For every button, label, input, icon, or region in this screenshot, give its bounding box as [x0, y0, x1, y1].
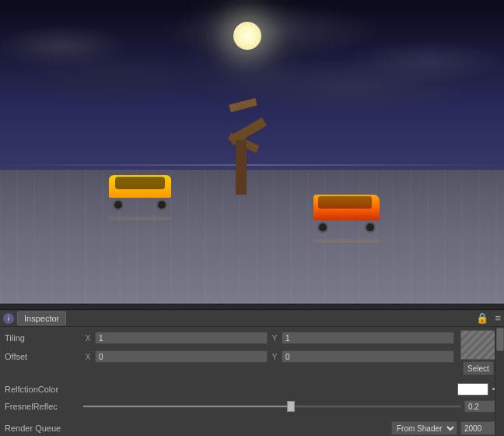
select-button[interactable]: Select	[463, 361, 494, 375]
tiling-y-label: Y	[269, 334, 280, 343]
viewport	[0, 0, 504, 304]
tiling-x-input[interactable]	[95, 332, 268, 344]
tiling-row: Tiling X Y	[5, 330, 454, 346]
offset-row: Offset X Y	[5, 349, 454, 364]
offset-y-label: Y	[269, 353, 280, 361]
render-queue-row: Render Queue From Shader	[5, 420, 499, 436]
offset-y-input[interactable]	[282, 350, 454, 363]
offset-x-label: X	[82, 353, 93, 361]
wheel	[317, 222, 328, 233]
relfction-color-row: RelfctionColor ✒	[5, 382, 499, 397]
tree-figure	[218, 101, 264, 195]
render-queue-label: Render Queue	[5, 424, 82, 433]
fresnel-reflec-row: FresnelReflec	[5, 399, 499, 414]
offset-label: Offset	[5, 352, 82, 361]
fresnel-slider-thumb[interactable]	[287, 401, 295, 412]
tiling-offset-group: Tiling X Y Offset X Y	[5, 330, 454, 366]
car-wheels-right	[313, 222, 380, 233]
relfction-color-swatch[interactable]	[457, 383, 488, 396]
moon	[233, 22, 261, 50]
scroll-thumb[interactable]	[496, 328, 504, 351]
inspector-content: Tiling X Y Offset X Y	[0, 327, 504, 436]
car-right	[313, 195, 380, 234]
texture-group: Select	[457, 330, 499, 375]
tiling-xy-group: X Y	[82, 332, 454, 344]
offset-xy-group: X Y	[82, 350, 454, 363]
wheel	[156, 199, 167, 210]
fresnel-reflec-label: FresnelReflec	[5, 402, 82, 411]
wheel	[365, 222, 376, 233]
info-icon: i	[3, 313, 14, 324]
car-reflection-right	[313, 237, 380, 242]
texture-preview	[460, 330, 499, 360]
relfction-color-label: RelfctionColor	[5, 385, 82, 394]
car-wheels-left	[109, 199, 171, 210]
lock-icon[interactable]: 🔒	[476, 312, 488, 324]
fresnel-slider-container	[82, 400, 461, 413]
render-queue-dropdown[interactable]: From Shader	[391, 421, 457, 435]
fresnel-slider-track	[82, 405, 461, 408]
menu-icon[interactable]: ≡	[495, 312, 501, 324]
offset-x-input[interactable]	[95, 350, 268, 363]
tree-trunk	[236, 140, 247, 195]
car-reflection-left	[109, 216, 171, 220]
wheel	[113, 199, 124, 210]
tiling-label: Tiling	[5, 333, 82, 343]
car-body-right	[313, 195, 380, 220]
render-queue-value[interactable]	[460, 421, 499, 435]
divider-bar	[0, 304, 504, 310]
inspector-tab-bar: i Inspector 🔒 ≡	[0, 310, 504, 327]
car-body-left	[109, 175, 171, 198]
tiling-x-label: X	[82, 334, 93, 343]
car-left	[109, 175, 171, 210]
scrollbar[interactable]	[495, 327, 504, 436]
tiling-y-input[interactable]	[282, 332, 454, 344]
fresnel-slider-fill	[83, 406, 291, 407]
inspector-tab[interactable]: Inspector	[17, 311, 66, 325]
inspector-panel: i Inspector 🔒 ≡ Tiling X Y	[0, 310, 504, 436]
